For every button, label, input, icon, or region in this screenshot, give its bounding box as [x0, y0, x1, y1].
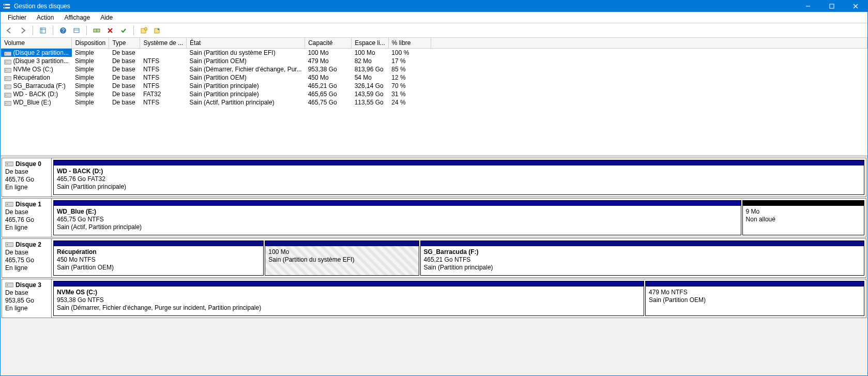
settings-button[interactable]: [71, 25, 82, 36]
drive-icon: [4, 59, 11, 64]
drive-icon: [4, 76, 11, 81]
disk-icon: [5, 242, 13, 248]
delete-button[interactable]: [104, 25, 116, 36]
extend-volume-button[interactable]: [151, 25, 163, 36]
svg-point-32: [5, 86, 6, 87]
table-row[interactable]: WD - BACK (D:)SimpleDe baseFAT32Sain (Pa…: [1, 90, 867, 98]
disk-info[interactable]: Disque 3De base953,85 GoEn ligne: [2, 279, 52, 318]
drive-icon: [4, 100, 11, 106]
partition[interactable]: WD_Blue (E:)465,75 Go NTFSSain (Actif, P…: [53, 200, 741, 235]
disk-info[interactable]: Disque 2De base465,75 GoEn ligne: [2, 239, 52, 277]
disk-row: Disque 0De base465,76 GoEn ligneWD - BAC…: [2, 158, 866, 197]
partition-body: 9 MoNon alloué: [743, 206, 864, 235]
disk-name: Disque 2: [16, 241, 41, 248]
cell-pct: 17 %: [388, 57, 431, 65]
partition-status: Sain (Partition principale): [57, 183, 861, 191]
window-title: Gestion des disques: [14, 3, 796, 10]
partition-status: Sain (Actif, Partition principale): [57, 223, 738, 231]
cell-fs: [140, 49, 187, 57]
cell-free: 326,14 Go: [352, 82, 389, 90]
disk-layout: NVMe OS (C:)953,38 Go NTFSSain (Démarrer…: [52, 279, 866, 318]
refresh-button[interactable]: [37, 25, 49, 36]
cell-free: 113,55 Go: [352, 98, 389, 107]
partition[interactable]: 479 Mo NTFSSain (Partition OEM): [645, 281, 864, 316]
partition-size: 100 Mo: [268, 248, 415, 256]
cell-free: 82 Mo: [352, 57, 389, 65]
col-free[interactable]: Espace li...: [352, 38, 389, 49]
partition-button[interactable]: [91, 25, 102, 36]
table-row[interactable]: RécupérationSimpleDe baseNTFSSain (Parti…: [1, 73, 867, 82]
disk-type: De base: [5, 289, 48, 297]
disk-size: 465,76 Go: [5, 216, 48, 224]
table-row[interactable]: WD_Blue (E:)SimpleDe baseNTFSSain (Actif…: [1, 98, 867, 107]
cell-capacity: 100 Mo: [305, 49, 352, 57]
menu-view[interactable]: Affichage: [59, 13, 95, 22]
svg-point-36: [5, 103, 6, 104]
cell-state: Sain (Actif, Partition principale): [187, 98, 305, 107]
partition[interactable]: NVMe OS (C:)953,38 Go NTFSSain (Démarrer…: [53, 281, 644, 316]
partition[interactable]: Récupération450 Mo NTFSSain (Partition O…: [53, 240, 264, 276]
partition[interactable]: SG_Barracuda (F:)465,21 Go NTFSSain (Par…: [420, 240, 864, 276]
table-row[interactable]: SG_Barracuda (F:)SimpleDe baseNTFSSain (…: [1, 82, 867, 90]
nav-forward-button[interactable]: [17, 25, 28, 36]
col-pct[interactable]: % libre: [388, 38, 431, 49]
cell-type: De base: [109, 98, 140, 107]
disk-info[interactable]: Disque 0De base465,76 GoEn ligne: [2, 158, 52, 197]
app-window: Gestion des disques Fichier Action Affic…: [0, 0, 868, 376]
disk-name: Disque 0: [16, 160, 41, 168]
table-row[interactable]: NVMe OS (C:)SimpleDe baseNTFSSain (Démar…: [1, 65, 867, 73]
nav-back-button[interactable]: [4, 25, 15, 36]
cell-capacity: 465,21 Go: [305, 82, 352, 90]
menu-file[interactable]: Fichier: [3, 13, 32, 22]
partition[interactable]: WD - BACK (D:)465,76 Go FAT32Sain (Parti…: [53, 160, 864, 195]
partition-header: [54, 160, 864, 166]
cell-state: Sain (Démarrer, Fichier d'échange, Pur..…: [187, 65, 305, 73]
close-button[interactable]: [844, 1, 867, 12]
menu-action[interactable]: Action: [32, 13, 59, 22]
toolbar-separator: [33, 26, 33, 35]
partition-header: [54, 201, 741, 206]
col-volume[interactable]: Volume: [1, 38, 72, 49]
svg-point-38: [7, 163, 8, 164]
cell-volume: WD_Blue (E:): [13, 99, 51, 106]
svg-point-34: [5, 95, 6, 96]
disk-icon: [5, 201, 13, 207]
cell-volume: (Disque 2 partition...: [13, 49, 69, 56]
apply-button[interactable]: [118, 25, 129, 36]
partition[interactable]: 100 MoSain (Partition du système EFI): [265, 240, 419, 276]
cell-state: Sain (Partition principale): [187, 82, 305, 90]
col-capacity[interactable]: Capacité: [305, 38, 352, 49]
cell-free: 100 Mo: [352, 49, 389, 57]
partition-size: 9 Mo: [746, 208, 861, 216]
minimize-button[interactable]: [796, 1, 820, 12]
disk-info[interactable]: Disque 1De base465,76 GoEn ligne: [2, 199, 52, 237]
cell-type: De base: [109, 90, 140, 98]
col-state[interactable]: État: [187, 38, 305, 49]
cell-volume: Récupération: [13, 74, 50, 81]
new-volume-button[interactable]: +: [138, 25, 149, 36]
partition-size: 465,75 Go NTFS: [57, 216, 738, 223]
help-button[interactable]: ?: [57, 25, 69, 36]
maximize-button[interactable]: [820, 1, 844, 12]
partition-body: SG_Barracuda (F:)465,21 Go NTFSSain (Par…: [421, 246, 864, 275]
partition-status: Sain (Partition du système EFI): [268, 256, 415, 264]
svg-text:+: +: [145, 27, 147, 32]
menu-help[interactable]: Aide: [95, 13, 118, 22]
table-row[interactable]: (Disque 3 partition...SimpleDe baseNTFSS…: [1, 57, 867, 65]
drive-icon: [4, 84, 11, 89]
partition-status: Sain (Partition OEM): [57, 264, 260, 272]
svg-point-28: [5, 70, 6, 71]
col-type[interactable]: Type: [109, 38, 140, 49]
partition-body: 100 MoSain (Partition du système EFI): [265, 246, 418, 275]
disk-status: En ligne: [5, 264, 48, 272]
table-row[interactable]: (Disque 2 partition...SimpleDe baseSain …: [1, 49, 867, 57]
cell-disposition: Simple: [72, 49, 109, 57]
col-fs[interactable]: Système de ...: [140, 38, 187, 49]
col-disposition[interactable]: Disposition: [72, 38, 109, 49]
drive-icon: [4, 92, 11, 97]
partition-size: 450 Mo NTFS: [57, 256, 260, 264]
svg-point-26: [5, 62, 6, 63]
cell-capacity: 479 Mo: [305, 57, 352, 65]
menubar: Fichier Action Affichage Aide: [1, 12, 867, 23]
partition[interactable]: 9 MoNon alloué: [742, 200, 864, 235]
